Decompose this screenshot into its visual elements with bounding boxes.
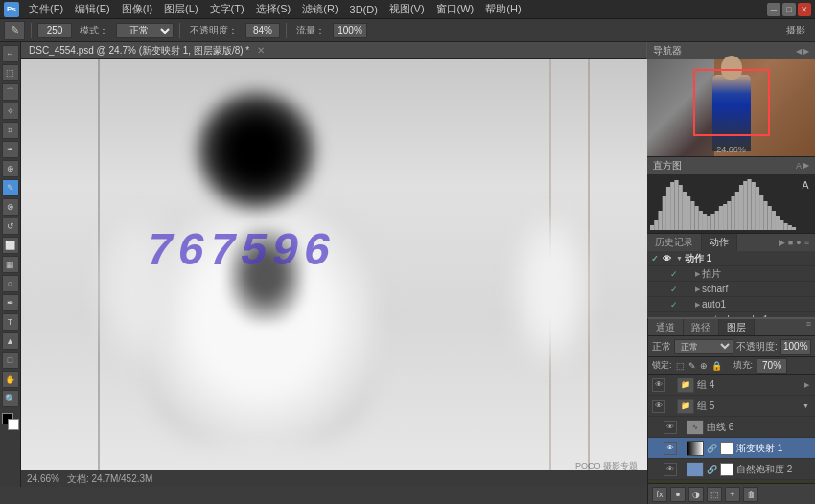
eyedropper-tool[interactable]: ✒ (2, 141, 19, 158)
move-tool[interactable]: ↔ (2, 45, 19, 62)
menu-select[interactable]: 选择(S) (250, 2, 297, 16)
layer-fx-button[interactable]: fx (652, 487, 667, 502)
layer-item-group5[interactable]: 👁 📁 组 5 ▼ (648, 396, 815, 417)
new-layer-button[interactable]: + (725, 487, 740, 502)
head-blob (194, 88, 318, 213)
layers-tabs: 通道 路径 图层 ≡ (648, 319, 815, 336)
delete-layer-button[interactable]: 🗑 (743, 487, 758, 502)
history-record-icon[interactable]: ● (796, 238, 801, 247)
layer-adjustment-button[interactable]: ◑ (688, 487, 704, 502)
tab-channels[interactable]: 通道 (648, 319, 684, 335)
magic-wand-tool[interactable]: ✧ (2, 103, 19, 120)
tab-layers[interactable]: 图层 (719, 319, 755, 335)
tab-actions[interactable]: 动作 (702, 234, 737, 251)
maximize-button[interactable]: □ (782, 3, 796, 16)
layer-visibility-icon[interactable]: 👁 (652, 378, 665, 392)
lock-transparent-icon[interactable]: ⬚ (676, 361, 685, 371)
dodge-tool[interactable]: ○ (2, 275, 19, 292)
menu-3d[interactable]: 3D(D) (344, 4, 384, 15)
menu-file[interactable]: 文件(F) (23, 2, 69, 16)
histogram-header: 直方图 A ▶ (647, 157, 815, 174)
blend-mode-select[interactable]: 正常 (674, 339, 734, 354)
layer-visibility-icon[interactable]: 👁 (664, 421, 677, 434)
menu-filter[interactable]: 滤镜(R) (296, 2, 343, 16)
flow-input[interactable] (333, 23, 367, 38)
brush-size-input[interactable] (37, 23, 72, 38)
history-brush-tool[interactable]: ↺ (2, 218, 19, 235)
menu-text[interactable]: 文字(T) (204, 2, 250, 16)
menu-window[interactable]: 窗口(W) (431, 2, 480, 16)
layer-opacity-input[interactable] (780, 339, 811, 355)
group-expand-icon[interactable]: ▼ (803, 402, 809, 409)
layer-group-button[interactable]: ⬚ (707, 487, 722, 502)
healing-brush-tool[interactable]: ⊕ (2, 160, 19, 177)
brush-mode-select[interactable]: 正常 (116, 23, 174, 38)
menu-help[interactable]: 帮助(H) (479, 2, 526, 16)
svg-rect-15 (710, 214, 714, 230)
svg-rect-32 (780, 220, 783, 230)
crop-tool[interactable]: ⌗ (2, 122, 19, 139)
layers-menu-icon[interactable]: ≡ (803, 319, 815, 335)
list-item[interactable]: ✓ 👁 ▼ 动作 1 (647, 251, 815, 266)
list-item[interactable]: ✓ ▶ auto1 (647, 297, 815, 312)
layer-item-group4[interactable]: 👁 📁 组 4 ▶ (648, 375, 815, 396)
marquee-tool[interactable]: ⬚ (2, 64, 19, 81)
navigator-view[interactable]: 24.66% (647, 59, 815, 156)
svg-rect-29 (768, 206, 772, 230)
brush-tool[interactable]: ✎ (2, 179, 19, 196)
lasso-tool[interactable]: ⌒ (2, 83, 19, 101)
close-button[interactable]: ✕ (798, 3, 811, 16)
canvas-content[interactable]: 767596 实用摄影技巧 FsBus.CoM POCO 摄影专题 http:/… (21, 59, 647, 487)
svg-rect-30 (772, 211, 776, 230)
shape-tool[interactable]: □ (2, 352, 19, 369)
navigator-arrow-right[interactable]: ▶ (803, 47, 809, 56)
history-stop-icon[interactable]: ■ (788, 238, 793, 247)
layer-item-gradient-map1[interactable]: 👁 🔗 渐变映射 1 (648, 438, 815, 459)
hand-tool[interactable]: ✋ (2, 371, 19, 388)
history-play-icon[interactable]: ▶ (779, 238, 785, 247)
layer-visibility-icon[interactable]: 👁 (652, 400, 665, 413)
eraser-tool[interactable]: ⬜ (2, 237, 19, 254)
layers-list[interactable]: 👁 📁 组 4 ▶ 👁 📁 组 5 ▼ 👁 ∿ 曲线 6 👁 🔗 (648, 375, 815, 483)
menu-layer[interactable]: 图层(L) (158, 2, 203, 16)
gradient-tool[interactable]: ▦ (2, 256, 19, 273)
tab-history[interactable]: 历史记录 (647, 234, 702, 251)
svg-rect-20 (732, 196, 735, 230)
pen-tool[interactable]: ✒ (2, 294, 19, 311)
svg-rect-26 (756, 187, 759, 230)
histogram-arrow[interactable]: ▶ (803, 161, 809, 171)
text-tool[interactable]: T (2, 313, 19, 331)
menu-image[interactable]: 图像(I) (116, 2, 158, 16)
tab-paths[interactable]: 路径 (684, 319, 719, 335)
list-item[interactable]: ✓ ▶ 拍片 (647, 266, 815, 282)
canvas-close-icon[interactable]: ✕ (257, 45, 265, 56)
list-item[interactable]: ✓ ▶ scharf (647, 282, 815, 297)
histogram-controls[interactable]: A ▶ (796, 161, 809, 171)
menu-view[interactable]: 视图(V) (384, 2, 431, 16)
brush-tool-icon[interactable]: ✎ (4, 21, 25, 40)
lock-position-icon[interactable]: ⊕ (700, 361, 708, 371)
layer-item-vibrance2[interactable]: 👁 🔗 自然饱和度 2 (648, 459, 815, 480)
triangle-icon: ▶ (695, 286, 700, 293)
navigator-arrow-left[interactable]: ◀ (796, 47, 802, 56)
lock-all-icon[interactable]: 🔒 (711, 361, 722, 371)
canvas-tab[interactable]: DSC_4554.psd @ 24.7% (新变映射 1, 图层蒙版/8) * … (21, 42, 647, 59)
history-menu-icon[interactable]: ≡ (804, 238, 809, 247)
left-arm (98, 213, 175, 366)
zoom-tool[interactable]: 🔍 (2, 390, 19, 407)
layers-panel: 通道 路径 图层 ≡ 正常 正常 不透明度: 锁定: ⬚ ✎ ⊕ 🔒 填充: 👁… (647, 317, 815, 504)
lock-image-icon[interactable]: ✎ (688, 361, 696, 371)
layer-mask-button[interactable]: ● (670, 487, 686, 502)
layer-visibility-icon[interactable]: 👁 (664, 463, 677, 476)
group-expand-icon[interactable]: ▶ (804, 381, 809, 389)
opacity-input[interactable] (245, 23, 280, 38)
path-tool[interactable]: ▲ (2, 332, 19, 350)
layer-visibility-icon[interactable]: 👁 (664, 442, 677, 455)
layer-item-curves6[interactable]: 👁 ∿ 曲线 6 (648, 417, 815, 438)
clone-stamp-tool[interactable]: ⊗ (2, 198, 19, 216)
minimize-button[interactable]: ─ (767, 3, 780, 16)
color-swatch[interactable] (2, 413, 19, 430)
navigator-controls[interactable]: ◀ ▶ (796, 47, 809, 56)
menu-edit[interactable]: 编辑(E) (69, 2, 116, 16)
layer-fill-input[interactable] (757, 358, 787, 374)
